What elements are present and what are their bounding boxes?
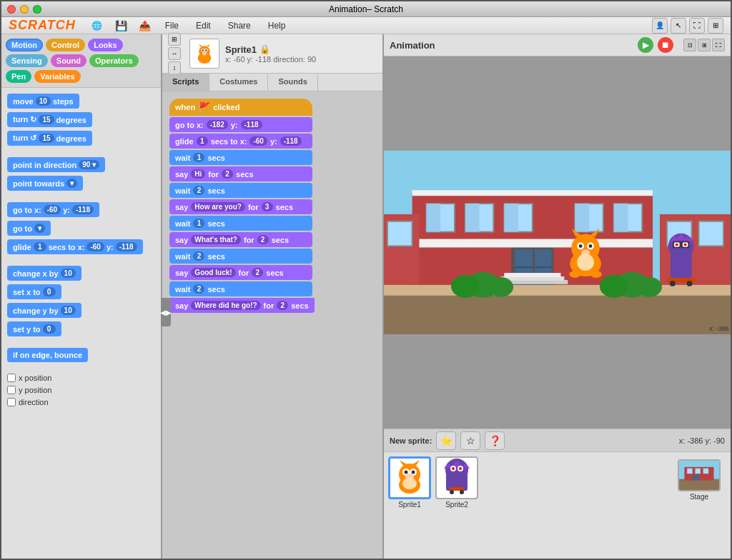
- script-wait4[interactable]: wait 2 secs: [169, 249, 312, 264]
- monster-in-stage: [667, 234, 696, 286]
- script-wait1[interactable]: wait 1 secs: [169, 150, 312, 165]
- block-y-position[interactable]: y position: [7, 386, 155, 394]
- block-set-y[interactable]: set y to 0: [7, 321, 61, 336]
- sprite-ctrl-arrows[interactable]: ↔: [168, 47, 181, 60]
- svg-rect-30: [504, 273, 560, 277]
- svg-point-70: [687, 281, 693, 286]
- script-say-where[interactable]: say Where did he go!? for 2 secs: [169, 298, 315, 313]
- category-looks[interactable]: Looks: [88, 39, 122, 51]
- svg-rect-31: [412, 239, 653, 248]
- paint-sprite-btn[interactable]: ⭐: [436, 431, 456, 450]
- scripts-area[interactable]: when 🚩 clicked go to x: -182 y: -118 gli…: [162, 91, 382, 560]
- menu-share[interactable]: Share: [225, 19, 254, 32]
- svg-point-55: [577, 254, 594, 271]
- svg-rect-95: [679, 479, 719, 491]
- tab-sounds[interactable]: Sounds: [268, 74, 317, 91]
- script-say-how[interactable]: say How are you? for 3 secs: [169, 199, 312, 214]
- scripts-panel: ⊞ ↔ ↕ Sprite1: [162, 34, 384, 560]
- block-x-position[interactable]: x position: [7, 374, 155, 382]
- stage-thumb[interactable]: [678, 459, 721, 491]
- menu-help[interactable]: Help: [265, 19, 289, 32]
- block-set-x[interactable]: set x to 0: [7, 284, 61, 299]
- new-sprite-bar: New sprite: ⭐ ☆ ❓ x: -386 y: -90: [384, 429, 731, 452]
- svg-point-8: [202, 51, 207, 55]
- sprite-thumb-sprite2[interactable]: [435, 456, 478, 499]
- script-goto-xy[interactable]: go to x: -182 y: -118: [169, 117, 312, 132]
- stage-thumbnail-item[interactable]: Stage: [678, 459, 721, 501]
- stage-label: Stage: [690, 493, 708, 501]
- block-glide[interactable]: glide 1 secs to x: -60 y: -118: [7, 239, 143, 254]
- svg-point-50: [579, 244, 583, 248]
- save-icon[interactable]: 💾: [115, 20, 127, 31]
- script-wait5[interactable]: wait 2 secs: [169, 281, 312, 296]
- category-operators[interactable]: Operators: [89, 54, 139, 67]
- close-button[interactable]: [7, 5, 16, 14]
- large-stage-btn[interactable]: ⊞: [698, 39, 711, 51]
- category-control[interactable]: Control: [46, 39, 85, 51]
- sprite-ctrl-zoom[interactable]: ↕: [168, 61, 181, 74]
- stage-header: Animation ▶ ⏹ ⊡ ⊞ ⛶: [384, 34, 731, 56]
- camera-sprite-btn[interactable]: ☆: [460, 431, 480, 450]
- grid-icon[interactable]: ⊞: [708, 18, 723, 34]
- block-move-steps[interactable]: move 10 steps: [7, 94, 79, 109]
- minimize-button[interactable]: [20, 5, 29, 14]
- script-say-what[interactable]: say What's that? for 2 secs: [169, 232, 312, 247]
- category-motion[interactable]: Motion: [6, 39, 43, 51]
- script-say-hi[interactable]: say Hi for 2 secs: [169, 166, 312, 181]
- stage-controls: ▶ ⏹ ⊡ ⊞ ⛶: [638, 37, 725, 53]
- block-change-y[interactable]: change y by 10: [7, 303, 81, 318]
- block-turn-ccw[interactable]: turn ↺ 15 degrees: [7, 131, 92, 146]
- person-icon[interactable]: 👤: [652, 18, 668, 34]
- menu-edit[interactable]: Edit: [193, 19, 214, 32]
- share-icon[interactable]: 📤: [139, 20, 151, 31]
- svg-text:x: -386   y: -90: x: -386 y: -90: [709, 325, 731, 332]
- block-goto-sprite[interactable]: go to ▾: [7, 221, 51, 236]
- check-y-position[interactable]: [7, 386, 16, 394]
- stop-button[interactable]: ⏹: [658, 37, 673, 53]
- block-point-towards[interactable]: point towards ▾: [7, 176, 83, 191]
- category-sound[interactable]: Sound: [51, 54, 86, 67]
- window-title: Animation– Scratch: [329, 4, 403, 14]
- tab-scripts[interactable]: Scripts: [162, 74, 209, 91]
- block-direction[interactable]: direction: [7, 398, 155, 406]
- category-pen[interactable]: Pen: [6, 70, 31, 83]
- block-goto-xy[interactable]: go to x: -60 y: -118: [7, 202, 99, 217]
- collapse-panel-arrow[interactable]: ◀▶: [161, 298, 171, 326]
- fullscreen-btn[interactable]: ⛶: [712, 39, 725, 51]
- svg-rect-18: [504, 204, 518, 232]
- svg-marker-6: [199, 44, 202, 46]
- block-point-direction[interactable]: point in direction 90 ▾: [7, 157, 105, 172]
- maximize-button[interactable]: [33, 5, 41, 14]
- svg-rect-32: [412, 190, 653, 196]
- svg-point-40: [488, 277, 514, 297]
- script-wait2a[interactable]: wait 2 secs: [169, 183, 312, 198]
- tab-costumes[interactable]: Costumes: [209, 74, 268, 91]
- small-stage-btn[interactable]: ⊡: [683, 39, 696, 51]
- svg-point-78: [405, 471, 408, 474]
- green-flag-button[interactable]: ▶: [638, 37, 653, 53]
- svg-rect-97: [693, 475, 699, 480]
- cursor-icon[interactable]: ↖: [671, 18, 686, 34]
- svg-point-39: [451, 275, 480, 298]
- svg-rect-14: [426, 204, 440, 232]
- category-sensing[interactable]: Sensing: [6, 54, 48, 67]
- category-variables[interactable]: Variables: [34, 70, 80, 83]
- check-x-position[interactable]: [7, 374, 16, 382]
- script-wait3[interactable]: wait 1 secs: [169, 216, 312, 231]
- block-turn-cw[interactable]: turn ↻ 15 degrees: [7, 112, 92, 127]
- fullscreen-icon[interactable]: ⛶: [689, 18, 705, 34]
- svg-point-4: [202, 49, 204, 51]
- script-say-good[interactable]: say Good luck! for 2 secs: [169, 265, 312, 280]
- menu-file[interactable]: File: [162, 19, 182, 32]
- svg-rect-22: [614, 204, 628, 232]
- file-sprite-btn[interactable]: ❓: [485, 431, 505, 450]
- block-when-flag[interactable]: when 🚩 clicked: [169, 99, 312, 116]
- script-glide[interactable]: glide 1 secs to x: -60 y: -118: [169, 134, 312, 149]
- sprite-ctrl-top[interactable]: ⊞: [168, 33, 181, 46]
- block-change-x[interactable]: change x by 10: [7, 266, 81, 281]
- sprite-thumb-sprite1[interactable]: [388, 456, 431, 499]
- check-direction[interactable]: [7, 398, 16, 406]
- block-bounce[interactable]: if on edge, bounce: [7, 348, 88, 362]
- sprite-item-sprite2[interactable]: Sprite2: [435, 456, 478, 509]
- sprite-item-sprite1[interactable]: Sprite1: [388, 456, 431, 509]
